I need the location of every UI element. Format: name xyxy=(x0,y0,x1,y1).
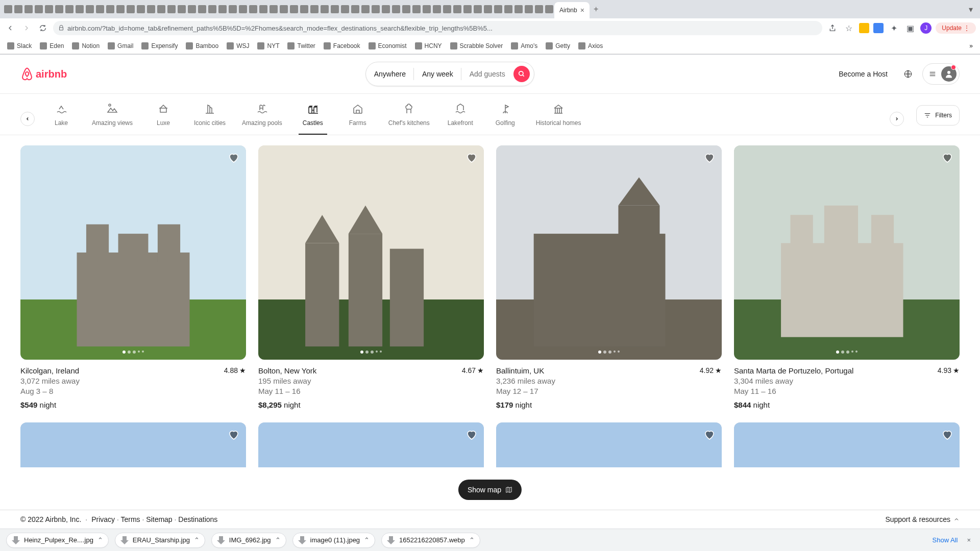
background-tab[interactable] xyxy=(65,5,74,13)
bookmark-item[interactable]: Facebook xyxy=(321,41,363,51)
background-tab[interactable] xyxy=(351,5,359,13)
background-tab[interactable] xyxy=(229,5,237,13)
category-lakefront[interactable]: Lakefront xyxy=(446,103,475,135)
bookmark-item[interactable]: Slack xyxy=(4,41,35,51)
background-tab[interactable] xyxy=(127,5,135,13)
forward-button[interactable] xyxy=(20,22,33,34)
background-tab[interactable] xyxy=(86,5,94,13)
background-tab[interactable] xyxy=(290,5,298,13)
background-tab[interactable] xyxy=(280,5,288,13)
wishlist-heart-icon[interactable] xyxy=(465,152,478,164)
background-tab[interactable] xyxy=(525,5,533,13)
listing-image[interactable] xyxy=(734,145,960,360)
wishlist-heart-icon[interactable] xyxy=(941,429,953,441)
bookmark-item[interactable]: Getty xyxy=(543,41,573,51)
background-tab[interactable] xyxy=(504,5,512,13)
background-tab[interactable] xyxy=(14,5,22,13)
listing-image[interactable] xyxy=(258,145,484,360)
background-tab[interactable] xyxy=(494,5,502,13)
bookmark-item[interactable]: Expensify xyxy=(138,41,181,51)
filters-button[interactable]: Filters xyxy=(916,105,960,126)
bookmark-item[interactable]: Economist xyxy=(365,41,410,51)
category-scroll[interactable]: LakeAmazing viewsLuxeIconic citiesAmazin… xyxy=(47,103,877,135)
active-tab[interactable]: Airbnb × xyxy=(554,2,590,18)
listing-card[interactable] xyxy=(258,422,484,467)
background-tab[interactable] xyxy=(402,5,410,13)
background-tab[interactable] xyxy=(157,5,165,13)
background-tab[interactable] xyxy=(514,5,523,13)
bookmarks-overflow[interactable]: » xyxy=(966,42,976,49)
scroll-left-button[interactable] xyxy=(20,112,35,126)
background-tab[interactable] xyxy=(535,5,543,13)
reload-button[interactable] xyxy=(37,22,49,34)
background-tab[interactable] xyxy=(178,5,186,13)
background-tab[interactable] xyxy=(259,5,267,13)
listing-card[interactable]: Kilcolgan, Ireland4.88★3,072 miles awayA… xyxy=(20,145,246,410)
background-tab[interactable] xyxy=(116,5,125,13)
search-button[interactable] xyxy=(513,66,530,82)
bookmark-item[interactable]: Twitter xyxy=(284,41,318,51)
background-tab[interactable] xyxy=(198,5,206,13)
bookmark-item[interactable]: Amo's xyxy=(508,41,541,51)
share-button[interactable] xyxy=(826,22,839,34)
user-menu[interactable] xyxy=(922,63,960,85)
background-tab[interactable] xyxy=(24,5,33,13)
wishlist-heart-icon[interactable] xyxy=(465,429,478,441)
background-tab[interactable] xyxy=(239,5,247,13)
listing-card[interactable] xyxy=(20,422,246,467)
update-button[interactable]: Update⋮ xyxy=(936,22,976,34)
background-tab[interactable] xyxy=(208,5,216,13)
background-tab[interactable] xyxy=(76,5,84,13)
background-tab[interactable] xyxy=(300,5,308,13)
category-lake[interactable]: Lake xyxy=(47,103,76,135)
category-views[interactable]: Amazing views xyxy=(92,103,133,135)
listing-image[interactable] xyxy=(20,145,246,360)
background-tab[interactable] xyxy=(341,5,349,13)
search-where[interactable]: Anywhere xyxy=(366,70,414,78)
category-pools[interactable]: Amazing pools xyxy=(242,103,282,135)
background-tab[interactable] xyxy=(310,5,318,13)
bookmark-star-button[interactable]: ☆ xyxy=(843,22,855,34)
background-tab[interactable] xyxy=(545,5,553,13)
background-tab[interactable] xyxy=(35,5,43,13)
bookmark-item[interactable]: HCNY xyxy=(412,41,445,51)
background-tab[interactable] xyxy=(167,5,176,13)
listing-card[interactable]: Ballintuim, UK4.92★3,236 miles awayMay 1… xyxy=(496,145,722,410)
category-luxe[interactable]: Luxe xyxy=(149,103,178,135)
tab-list-dropdown[interactable]: ▾ xyxy=(965,5,977,14)
listing-card[interactable]: Santa Marta de Portuzelo, Portugal4.93★3… xyxy=(734,145,960,410)
listing-image[interactable] xyxy=(734,422,960,467)
background-tab[interactable] xyxy=(55,5,63,13)
category-castles[interactable]: Castles xyxy=(299,103,327,135)
background-tab[interactable] xyxy=(249,5,257,13)
background-tab[interactable] xyxy=(392,5,400,13)
listing-image[interactable] xyxy=(496,145,722,360)
background-tab[interactable] xyxy=(96,5,104,13)
background-tab[interactable] xyxy=(463,5,472,13)
extensions-puzzle-button[interactable]: ✦ xyxy=(888,22,900,34)
back-button[interactable] xyxy=(4,22,16,34)
bookmark-item[interactable]: Eden xyxy=(37,41,67,51)
extension-icon[interactable] xyxy=(873,23,884,33)
background-tab[interactable] xyxy=(372,5,380,13)
language-button[interactable] xyxy=(898,64,918,84)
extension-icon[interactable] xyxy=(859,23,869,33)
background-tab[interactable] xyxy=(331,5,339,13)
category-golfing[interactable]: Golfing xyxy=(491,103,520,135)
listing-image[interactable] xyxy=(20,422,246,467)
category-historical[interactable]: Historical homes xyxy=(536,103,581,135)
logo[interactable]: airbnb xyxy=(20,67,67,81)
listing-card[interactable]: Bolton, New York4.67★195 miles awayMay 1… xyxy=(258,145,484,410)
wishlist-heart-icon[interactable] xyxy=(941,152,953,164)
url-field[interactable]: airbnb.com/?tab_id=home_tab&refinement_p… xyxy=(53,21,822,35)
background-tab[interactable] xyxy=(474,5,482,13)
bookmark-item[interactable]: Gmail xyxy=(105,41,136,51)
listing-card[interactable] xyxy=(496,422,722,467)
background-tab[interactable] xyxy=(321,5,329,13)
listing-image[interactable] xyxy=(496,422,722,467)
background-tab[interactable] xyxy=(423,5,431,13)
become-host-link[interactable]: Become a Host xyxy=(832,64,894,84)
search-pill[interactable]: Anywhere Any week Add guests xyxy=(365,62,534,86)
bookmark-item[interactable]: Axios xyxy=(575,41,606,51)
background-tab[interactable] xyxy=(106,5,114,13)
